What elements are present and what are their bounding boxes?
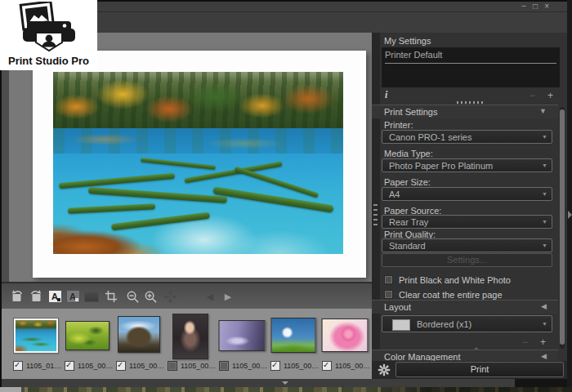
gear-icon[interactable]: [377, 363, 391, 377]
print-button[interactable]: Print: [395, 362, 564, 377]
filmstrip-item-6: 1105_00…: [269, 309, 318, 380]
print-settings-header[interactable]: Print Settings ▼: [372, 105, 558, 118]
info-icon[interactable]: i: [385, 89, 387, 101]
paper-size-dropdown[interactable]: A4 ▼: [382, 187, 552, 201]
clear-coat-checkbox[interactable]: [384, 290, 393, 299]
rotate-left-icon[interactable]: [10, 289, 25, 304]
add-setting-button[interactable]: +: [547, 90, 553, 101]
logo-printer-icon: [0, 2, 97, 52]
thumb-checkbox-3[interactable]: [116, 361, 126, 371]
layout-dropdown[interactable]: Bordered (x1) ▼: [382, 315, 552, 332]
thumbnail-4[interactable]: [172, 314, 208, 359]
my-settings-title: My Settings: [384, 36, 431, 46]
thumb-checkbox-7[interactable]: [322, 361, 332, 371]
paper-preview: [33, 51, 366, 278]
media-type-value: Photo Paper Pro Platinum: [389, 161, 493, 171]
divider-grip[interactable]: [373, 204, 378, 229]
bw-photo-label: Print Black and White Photo: [399, 275, 511, 285]
thumb-checkbox-1[interactable]: [13, 361, 23, 371]
zoom-in-icon[interactable]: [143, 289, 158, 304]
color-management-collapse-icon: ◀: [541, 352, 547, 360]
layout-title: Layout: [384, 302, 411, 312]
next-page-icon[interactable]: ▶: [221, 289, 235, 304]
app-window: − □ ×: [0, 0, 572, 392]
settings-sidebar: My Settings Printer Default i − + Print …: [372, 33, 567, 379]
color-management-header[interactable]: Color Management ◀: [372, 350, 558, 362]
thumb-filename-6: 1105_00…: [284, 362, 319, 370]
photo-underwater-region: [53, 154, 343, 254]
thumbnail-1[interactable]: [14, 318, 58, 353]
clear-coat-label: Clear coat the entire page: [399, 290, 503, 300]
thumb-filename-5: 1105_00…: [232, 362, 267, 370]
rotate-right-icon[interactable]: [29, 289, 43, 304]
printer-dropdown[interactable]: Canon PRO-1 series ▼: [382, 130, 552, 144]
layout-add-button[interactable]: +: [540, 336, 546, 348]
paper-source-dropdown[interactable]: Rear Tray ▼: [382, 215, 552, 229]
panel-expand-handle-icon[interactable]: [568, 211, 572, 219]
panel-splitter[interactable]: [457, 101, 483, 104]
filmstrip-item-1: 1105_01…: [11, 309, 60, 380]
dropdown-arrow-icon: ▼: [542, 219, 547, 225]
filmstrip-item-4: 1105_00…: [166, 309, 215, 380]
scrollbar-thumb[interactable]: [560, 109, 565, 345]
photo-lake-reflection-region: [53, 128, 343, 154]
previous-page-icon: ◀: [203, 289, 217, 304]
thumbnail-7[interactable]: [322, 318, 369, 352]
settings-button: Settings...: [382, 253, 552, 267]
correction-a-light-icon[interactable]: A: [47, 289, 62, 304]
layout-header[interactable]: Layout ◀: [372, 300, 558, 314]
thumb-checkbox-2[interactable]: [65, 361, 74, 371]
bw-photo-checkbox[interactable]: [384, 275, 393, 284]
printer-label: Printer:: [384, 120, 413, 130]
my-settings-item[interactable]: Printer Default: [385, 50, 556, 64]
preview-photo[interactable]: [53, 72, 343, 254]
filmstrip-item-5: 1105_00…: [217, 309, 266, 380]
thumbnail-2[interactable]: [65, 321, 109, 350]
dropdown-arrow-icon: ▼: [542, 134, 547, 140]
print-quality-value: Standard: [389, 241, 426, 251]
thumbnail-6[interactable]: [271, 318, 316, 353]
desktop-edge-corner: [0, 387, 21, 392]
crop-icon[interactable]: [104, 289, 118, 304]
desktop-edge: [0, 387, 572, 392]
filmstrip-collapse-bar[interactable]: [2, 379, 515, 387]
preview-box-icon: [84, 289, 99, 304]
logo-text: Print Studio Pro: [0, 55, 97, 67]
media-type-label: Media Type:: [384, 149, 433, 158]
close-button[interactable]: ×: [544, 2, 549, 11]
paper-source-value: Rear Tray: [389, 217, 428, 227]
filmstrip-collapse-icon: [282, 381, 288, 385]
layout-collapse-icon: ◀: [541, 302, 547, 310]
bottom-right-frame: [515, 379, 567, 387]
thumb-filename-3: 1105_00…: [129, 362, 164, 370]
paper-size-value: A4: [389, 189, 400, 199]
fit-to-window-icon: [163, 289, 177, 304]
thumbnail-3[interactable]: [118, 316, 160, 353]
thumb-filename-2: 1105_00…: [78, 362, 113, 370]
minimize-button[interactable]: −: [521, 2, 526, 11]
my-settings-list: Printer Default: [382, 47, 560, 87]
edit-toolbar: A A ◀ ▶: [2, 282, 372, 310]
print-settings-title: Print Settings: [384, 107, 437, 117]
correction-a-dark-icon[interactable]: A: [65, 289, 80, 304]
media-type-dropdown[interactable]: Photo Paper Pro Platinum ▼: [382, 158, 552, 172]
zoom-out-icon[interactable]: [125, 289, 140, 304]
print-quality-dropdown[interactable]: Standard ▼: [382, 238, 552, 252]
thumb-checkbox-6[interactable]: [270, 361, 280, 371]
thumb-checkbox-4[interactable]: [168, 361, 177, 371]
app-logo: Print Studio Pro: [0, 0, 97, 70]
layout-actions: − +: [382, 336, 552, 347]
layout-swatch: [392, 319, 410, 331]
remove-setting-button: −: [530, 90, 535, 101]
maximize-button[interactable]: □: [533, 2, 538, 11]
paper-size-label: Paper Size:: [384, 177, 431, 187]
thumbnail-5[interactable]: [219, 320, 266, 351]
thumb-checkbox-5[interactable]: [219, 361, 229, 371]
dropdown-arrow-icon: ▼: [542, 243, 547, 248]
window-right-frame: [567, 0, 572, 387]
layout-remove-button: −: [522, 336, 528, 348]
dropdown-arrow-icon: ▼: [542, 191, 547, 197]
thumb-filename-4: 1105_00…: [181, 362, 216, 370]
clear-coat-checkbox-row: Clear coat the entire page: [384, 289, 503, 300]
filmstrip-item-7: 1105_00…: [320, 309, 369, 380]
